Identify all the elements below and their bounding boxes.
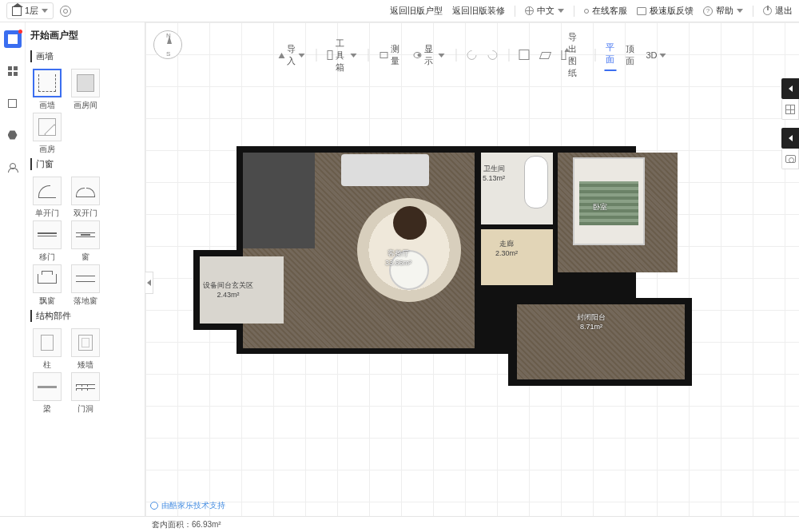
floorplan-drawing[interactable]: 客餐厅33.66m² 卫生间5.13m² 走廊2.30m² 卧室 封闭阳台8.7…: [193, 138, 673, 386]
rail-materials[interactable]: [4, 126, 22, 144]
toolbox-icon: [328, 50, 333, 60]
rail-floorplan[interactable]: [4, 30, 22, 48]
ruler-icon: [380, 52, 388, 58]
section-door-header: 门窗: [30, 158, 140, 170]
measure-button[interactable]: 测量: [378, 41, 403, 69]
feedback-link[interactable]: 极速版反馈: [637, 5, 694, 17]
label-entry: 设备间台玄关区2.43m²: [203, 280, 253, 299]
camera-button[interactable]: [781, 149, 799, 169]
area-value: 66.93m²: [192, 520, 221, 529]
tool-single-door[interactable]: 单开门: [30, 177, 64, 217]
export-drawing-button[interactable]: 导出图纸: [559, 29, 585, 81]
feedback-icon: [637, 7, 646, 15]
import-icon: [278, 53, 284, 58]
label-balcony: 封闭阳台8.71m²: [577, 312, 606, 331]
label-living: 客餐厅33.66m²: [385, 248, 411, 267]
tool-floor-window[interactable]: 落地窗: [69, 264, 102, 305]
furniture-sofa[interactable]: [341, 154, 429, 186]
help-menu[interactable]: ? 帮助: [703, 5, 743, 17]
panel-title: 开始画户型: [30, 29, 140, 42]
furniture-bed[interactable]: [573, 157, 645, 245]
status-bar: 套内面积： 66.93m²: [0, 516, 799, 532]
right-float-tools: [781, 78, 799, 169]
app-header: 1层 返回旧版户型 返回旧版装修 中文 在线客服 极速版反馈 ? 帮助: [0, 0, 799, 22]
undo-icon: [465, 49, 479, 62]
display-menu[interactable]: 显示: [411, 41, 446, 69]
expand-right-panel-2[interactable]: [781, 128, 799, 149]
credits-badge[interactable]: 由酷家乐技术支持: [145, 497, 230, 514]
canvas-toolbar: 导入 工具箱 测量 显示 导出图纸 平面 顶面 3D: [276, 29, 667, 81]
erase-button[interactable]: [539, 50, 551, 62]
eraser-icon: [539, 52, 551, 59]
headset-icon: [584, 9, 589, 14]
left-rail: [0, 22, 26, 532]
floor-selector[interactable]: 1层: [6, 2, 54, 19]
rail-3d[interactable]: [4, 94, 22, 112]
import-menu[interactable]: 导入: [276, 41, 306, 69]
area-label: 套内面积：: [152, 519, 192, 530]
tool-sliding-door[interactable]: 移门: [30, 220, 64, 261]
chevron-down-icon: [558, 9, 564, 13]
room-hallway[interactable]: [481, 229, 553, 285]
rail-user[interactable]: [4, 158, 22, 176]
tool-beam[interactable]: 梁: [30, 372, 64, 413]
chevron-down-icon: [42, 9, 48, 13]
globe-icon: [525, 6, 534, 15]
redo-button[interactable]: [487, 48, 499, 62]
compass-s: S: [166, 50, 170, 58]
settings-button[interactable]: [60, 6, 71, 17]
tool-window[interactable]: 窗: [69, 220, 102, 261]
exit-button[interactable]: 退出: [763, 5, 793, 17]
copy-button[interactable]: [519, 49, 531, 62]
power-icon: [763, 6, 772, 15]
compass-n: N: [166, 32, 171, 39]
tool-double-door[interactable]: 双开门: [69, 177, 102, 217]
chevron-down-icon: [298, 54, 304, 58]
section-wall-header: 画墙: [30, 50, 140, 62]
copy-icon: [520, 51, 529, 60]
rail-modules[interactable]: [4, 62, 22, 80]
section-struct-header: 结构部件: [30, 310, 140, 322]
chevron-down-icon: [737, 9, 743, 13]
arrow-left-icon: [789, 85, 793, 92]
label-bath: 卫生间5.13m²: [483, 164, 505, 182]
room-kitchen[interactable]: [243, 153, 315, 248]
expand-right-panel[interactable]: [781, 78, 799, 99]
chevron-down-icon: [438, 54, 444, 58]
tool-short-wall[interactable]: 矮墙: [69, 328, 102, 369]
old-layout-link[interactable]: 返回旧版户型: [390, 5, 443, 17]
grid-toggle[interactable]: [781, 99, 799, 120]
tool-column[interactable]: 柱: [30, 328, 64, 369]
furniture-bathtub[interactable]: [524, 156, 548, 208]
grid-icon: [785, 105, 795, 114]
tool-bay-window[interactable]: 飘窗: [30, 264, 64, 305]
label-hall: 走廊2.30m²: [495, 239, 518, 257]
brand-ring-icon: [150, 502, 158, 510]
panel-collapse-handle[interactable]: [145, 272, 153, 294]
old-decor-link[interactable]: 返回旧版装修: [452, 5, 505, 17]
floorplan-canvas[interactable]: N S 导入 工具箱 测量 显示 导出图纸 平面 顶面 3D: [145, 22, 799, 516]
online-service-link[interactable]: 在线客服: [584, 5, 627, 17]
arrow-left-icon: [789, 135, 793, 141]
tool-doorway[interactable]: 门洞: [69, 372, 102, 413]
undo-button[interactable]: [466, 48, 479, 62]
camera-icon: [785, 155, 796, 163]
language-selector[interactable]: 中文: [525, 5, 564, 17]
notification-dot-icon: [18, 30, 22, 34]
toolbox-menu[interactable]: 工具箱: [326, 35, 359, 76]
tab-plan[interactable]: 平面: [604, 39, 616, 71]
tool-draw-room[interactable]: 画房间: [69, 69, 102, 109]
chevron-down-icon: [351, 54, 357, 58]
furniture-coffee-table[interactable]: [393, 206, 427, 240]
compass[interactable]: N S: [153, 30, 182, 59]
redo-icon: [486, 49, 499, 62]
home-icon: [12, 6, 22, 16]
tool-draw-wall[interactable]: 画墙: [30, 69, 64, 109]
chevron-down-icon: [660, 54, 666, 58]
component-panel: 开始画户型 画墙 画墙 画房间 画房 门窗 单开门 双开门 移门 窗 飘窗 落地…: [26, 22, 145, 516]
tool-draw-freeroom[interactable]: 画房: [30, 113, 64, 153]
eye-icon: [413, 52, 421, 58]
tab-ceiling[interactable]: 顶面: [624, 41, 636, 69]
help-icon: ?: [703, 6, 713, 16]
tab-3d[interactable]: 3D: [644, 48, 667, 62]
